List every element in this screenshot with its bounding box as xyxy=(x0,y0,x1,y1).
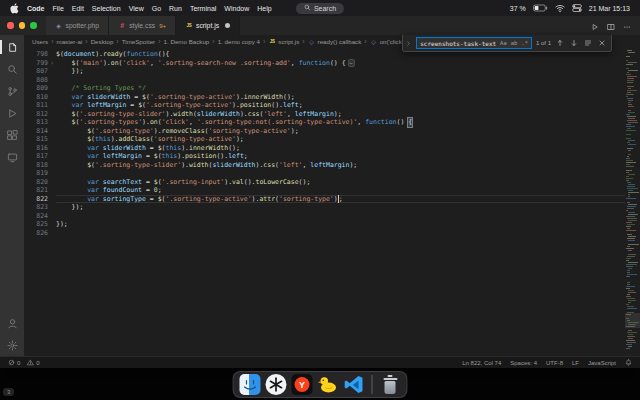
toggle-replace-icon[interactable] xyxy=(404,35,412,51)
menu-help[interactable]: Help xyxy=(257,5,271,12)
code-line[interactable]: 817var leftMargin = $(this).position().l… xyxy=(24,152,625,161)
tab-spotter.php[interactable]: ◈spotter.php xyxy=(46,16,110,35)
gutter-space xyxy=(48,144,56,153)
find-input[interactable]: screenshots-task-text Aa ab .* xyxy=(416,37,532,49)
code-line[interactable]: 811var leftMargin = $('.sorting-type-act… xyxy=(24,101,625,110)
code-line[interactable]: 818$('.sorting-type-slider').width(slide… xyxy=(24,161,625,170)
line-number: 807 xyxy=(24,67,48,76)
previous-match-icon[interactable] xyxy=(555,38,565,49)
more-icon[interactable] xyxy=(623,17,631,35)
code-line[interactable]: 820var searchText = $('.sorting-input').… xyxy=(24,178,625,187)
menu-window[interactable]: Window xyxy=(224,5,249,12)
code-line[interactable]: 822var sortingType = $('.sorting-type-ac… xyxy=(24,195,625,204)
status-indentation[interactable]: Spaces: 4 xyxy=(510,360,537,366)
breadcrumb-item[interactable]: Desktop xyxy=(91,38,114,45)
code-line-content: $('.sorting-types').on('click', '.sortin… xyxy=(56,118,625,127)
match-case-icon[interactable]: Aa xyxy=(500,40,507,46)
breadcrumb-item[interactable]: TimeSpotter xyxy=(122,38,155,45)
dock-finder-icon[interactable] xyxy=(240,374,261,395)
dock-trash-icon[interactable] xyxy=(380,374,401,395)
tab-script.js[interactable]: JSscript.js xyxy=(176,16,240,35)
breadcrumb-separator: › xyxy=(212,38,214,45)
status-language-mode[interactable]: JavaScript xyxy=(588,360,616,366)
explorer-icon[interactable] xyxy=(4,40,20,54)
menu-file[interactable]: File xyxy=(53,5,64,12)
menu-view[interactable]: View xyxy=(129,5,144,12)
run-icon[interactable] xyxy=(591,17,599,35)
code-line[interactable]: 824 xyxy=(24,212,625,221)
breadcrumb-item[interactable]: 1. Demo Backup xyxy=(164,38,210,45)
code-line[interactable]: 823}); xyxy=(24,203,625,212)
run-debug-icon[interactable] xyxy=(4,106,20,120)
code-line[interactable]: 813$('.sorting-types').on('click', '.sor… xyxy=(24,118,625,127)
status-problems-errors[interactable]: 0 xyxy=(8,359,20,367)
breadcrumb-item[interactable]: Users xyxy=(32,38,48,45)
breadcrumb-item[interactable]: master-ai xyxy=(57,38,83,45)
menu-edit[interactable]: Edit xyxy=(72,5,84,12)
gutter-space xyxy=(48,212,56,221)
close-find-icon[interactable] xyxy=(597,38,607,49)
menu-run[interactable]: Run xyxy=(169,5,182,12)
fold-indicator[interactable]: › xyxy=(48,59,56,68)
code-line[interactable]: 814$('.sorting-type').removeClass('sorti… xyxy=(24,127,625,136)
code-line-content xyxy=(56,169,625,178)
code-line[interactable]: 825}); xyxy=(24,220,625,229)
menu-go[interactable]: Go xyxy=(152,5,161,12)
close-window-button[interactable] xyxy=(7,22,14,29)
status-cursor-position[interactable]: Ln 822, Col 74 xyxy=(462,360,501,366)
regex-icon[interactable]: .* xyxy=(521,40,528,46)
code-line[interactable]: 807}); xyxy=(24,67,625,76)
tab-style.css[interactable]: #style.css9+ xyxy=(109,16,176,35)
breadcrumb-item[interactable]: ◇ready() callback xyxy=(308,38,362,45)
dock-cyberduck-icon[interactable] xyxy=(318,374,339,395)
code-line[interactable]: 810var sliderWidth = $('.sorting-type-ac… xyxy=(24,93,625,102)
zoom-window-button[interactable] xyxy=(30,22,37,29)
code-line[interactable]: 821var foundCount = 0; xyxy=(24,186,625,195)
breadcrumb-item[interactable]: JSscript.js xyxy=(268,38,299,45)
breadcrumb-item[interactable]: 1. demo copy 4 xyxy=(218,38,260,45)
minimap-slider[interactable] xyxy=(625,313,640,328)
minimize-window-button[interactable] xyxy=(19,22,26,29)
menu-code[interactable]: Code xyxy=(27,5,45,12)
split-icon[interactable] xyxy=(607,17,615,35)
menubar-search-pill[interactable]: Search xyxy=(296,3,344,14)
menubar-clock[interactable]: 21 Mar 15:13 xyxy=(589,5,630,12)
status-notifications[interactable] xyxy=(625,359,632,367)
dock-vscode-icon[interactable] xyxy=(344,374,365,395)
code-line[interactable]: 812$('.sorting-type-slider').width(slide… xyxy=(24,110,625,119)
code-line[interactable]: 816var sliderWidth = $(this).innerWidth(… xyxy=(24,144,625,153)
menu-selection[interactable]: Selection xyxy=(92,5,121,12)
settings-icon[interactable] xyxy=(4,338,20,352)
extensions-icon[interactable] xyxy=(4,128,20,142)
status-eol-sequence[interactable]: LF xyxy=(572,360,579,366)
code-line[interactable]: 826 xyxy=(24,229,625,238)
code-line[interactable]: 815$(this).addClass('sorting-type-active… xyxy=(24,135,625,144)
gutter-space xyxy=(48,101,56,110)
battery-icon[interactable] xyxy=(533,4,548,12)
account-icon[interactable] xyxy=(4,316,20,330)
code-editor[interactable]: 798$(document).ready(function(){799›$('m… xyxy=(24,48,640,356)
control-center-icon[interactable] xyxy=(572,3,582,13)
source-control-icon[interactable] xyxy=(4,84,20,98)
js-file-icon: JS xyxy=(185,23,193,28)
dock-yandex-icon[interactable]: Y xyxy=(292,374,313,395)
remote-explorer-icon[interactable] xyxy=(4,150,20,164)
status-encoding[interactable]: UTF-8 xyxy=(546,360,563,366)
find-in-selection-icon[interactable] xyxy=(583,38,593,49)
minimap[interactable] xyxy=(625,48,640,356)
menubar-status-area: 37 % 21 Mar 15:13 xyxy=(510,3,630,13)
whole-word-icon[interactable]: ab xyxy=(511,40,518,46)
code-line[interactable]: 799›$('main').on('click', '.sorting-sear… xyxy=(24,59,625,68)
code-line[interactable]: 819 xyxy=(24,169,625,178)
apple-menu-icon[interactable] xyxy=(10,3,19,14)
code-line[interactable]: 808 xyxy=(24,76,625,85)
wifi-icon[interactable] xyxy=(555,4,565,13)
status-problems-warnings[interactable]: 0 xyxy=(27,359,39,367)
code-line[interactable]: 809/* Sorting Types */ xyxy=(24,84,625,93)
code-lines[interactable]: 798$(document).ready(function(){799›$('m… xyxy=(24,48,625,356)
next-match-icon[interactable] xyxy=(569,38,579,49)
menu-terminal[interactable]: Terminal xyxy=(190,5,216,12)
dock-chatgpt-icon[interactable] xyxy=(266,374,287,395)
workbench: Users›master-ai›Desktop›TimeSpotter›1. D… xyxy=(0,35,640,356)
search-icon[interactable] xyxy=(4,62,20,76)
